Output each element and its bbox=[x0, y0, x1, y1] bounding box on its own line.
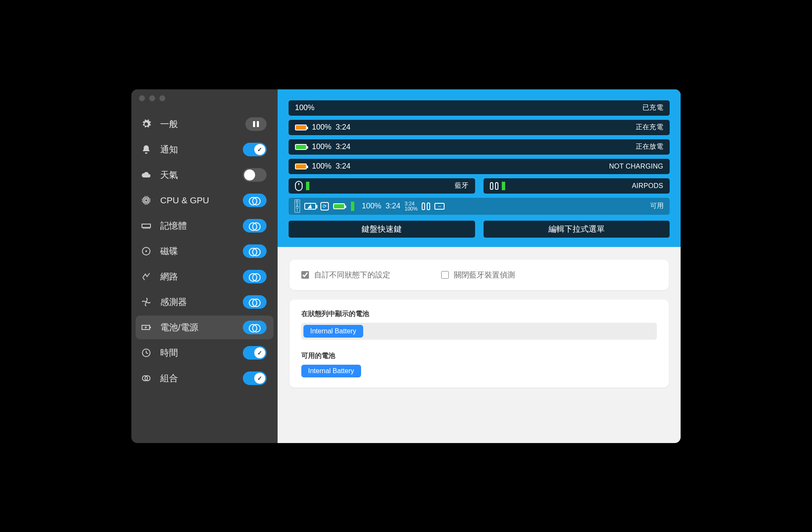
sidebar-item-net[interactable]: 網路 bbox=[136, 265, 273, 288]
sidebar-item-label: 天氣 bbox=[160, 169, 241, 181]
menubar-preview: 100% 已充電 100% 3:24 正在充電 100% 3:24 正在放電 1… bbox=[278, 89, 681, 247]
link-pill[interactable] bbox=[243, 270, 267, 283]
checkbox-input[interactable] bbox=[301, 271, 309, 279]
batteries-card: 在狀態列中顯示的電池 Internal Battery 可用的電池 Intern… bbox=[289, 299, 669, 388]
cycle-icon: ⟳ bbox=[320, 202, 329, 211]
gear-icon bbox=[140, 119, 153, 129]
stacked-readout: 3:24 100% bbox=[405, 201, 418, 211]
disable-bluetooth-checkbox[interactable]: 關閉藍牙裝置偵測 bbox=[441, 270, 515, 280]
preview-row-airpods[interactable]: AIRPODS bbox=[484, 178, 670, 194]
available-battery-field: Internal Battery bbox=[301, 365, 657, 377]
options-card: 自訂不同狀態下的設定 關閉藍牙裝置偵測 bbox=[289, 260, 669, 290]
battery-tag[interactable]: Internal Battery bbox=[301, 365, 361, 377]
pause-button[interactable] bbox=[245, 117, 267, 131]
link-pill[interactable] bbox=[243, 219, 267, 233]
battery-icon bbox=[295, 144, 307, 150]
battery-icon bbox=[333, 203, 345, 209]
sidebar-item-clock[interactable]: 時間 bbox=[136, 341, 273, 365]
sidebar-item-bell[interactable]: 通知 bbox=[136, 138, 273, 161]
svg-point-2 bbox=[145, 250, 147, 252]
fan-icon bbox=[140, 297, 153, 307]
sidebar-item-label: CPU & GPU bbox=[160, 195, 241, 205]
time-label: 3:24 bbox=[386, 202, 400, 211]
sidebar-item-rings[interactable]: 組合 bbox=[136, 366, 273, 390]
status-label: 可用 bbox=[650, 202, 664, 211]
percent-label: 100% bbox=[312, 162, 331, 171]
sidebar-item-label: 一般 bbox=[160, 118, 241, 130]
toggle-switch[interactable] bbox=[243, 346, 267, 360]
minimize-icon[interactable] bbox=[149, 95, 155, 101]
bell-icon bbox=[140, 144, 153, 155]
link-pill[interactable] bbox=[243, 321, 267, 334]
sidebar-item-label: 記憶體 bbox=[160, 220, 241, 232]
toggle-switch[interactable] bbox=[243, 143, 267, 156]
airpods-icon bbox=[422, 202, 430, 210]
shown-battery-field[interactable]: Internal Battery bbox=[301, 323, 657, 340]
edit-dropdown-button[interactable]: 編輯下拉式選單 bbox=[484, 221, 670, 238]
close-icon[interactable] bbox=[139, 95, 145, 101]
percent-label: 100% bbox=[362, 202, 381, 211]
sidebar-nav: 一般通知天氣CPU & GPU記憶體磁碟網路感測器電池/電源時間組合 bbox=[131, 105, 278, 390]
arrows-icon: ↔ bbox=[434, 203, 445, 210]
percent-label: 100% bbox=[295, 103, 314, 112]
shown-header: 在狀態列中顯示的電池 bbox=[301, 310, 657, 319]
sidebar-item-label: 電池/電源 bbox=[160, 321, 241, 333]
battery-icon bbox=[140, 322, 153, 332]
available-header: 可用的電池 bbox=[301, 352, 657, 360]
toggle-switch[interactable] bbox=[243, 371, 267, 385]
checkbox-label: 關閉藍牙裝置偵測 bbox=[454, 270, 515, 280]
main-panel: 100% 已充電 100% 3:24 正在充電 100% 3:24 正在放電 1… bbox=[278, 89, 681, 443]
link-pill[interactable] bbox=[243, 244, 267, 258]
custom-states-checkbox[interactable]: 自訂不同狀態下的設定 bbox=[301, 270, 390, 280]
level-bar-icon bbox=[306, 182, 309, 190]
time-label: 3:24 bbox=[336, 123, 350, 132]
preview-row-charged[interactable]: 100% 已充電 bbox=[289, 100, 670, 116]
ram-icon bbox=[140, 221, 153, 231]
checkbox-label: 自訂不同狀態下的設定 bbox=[314, 270, 390, 280]
airpods-icon bbox=[490, 182, 498, 190]
cloud-icon bbox=[140, 170, 153, 180]
sidebar-item-gear[interactable]: 一般 bbox=[136, 112, 273, 136]
sidebar: 一般通知天氣CPU & GPU記憶體磁碟網路感測器電池/電源時間組合 bbox=[131, 89, 278, 443]
percent-label: 100% bbox=[312, 123, 331, 132]
toggle-switch[interactable] bbox=[243, 168, 267, 182]
sidebar-item-label: 時間 bbox=[160, 347, 241, 359]
sidebar-item-label: 感測器 bbox=[160, 296, 241, 308]
battery-tag[interactable]: Internal Battery bbox=[303, 325, 363, 338]
sidebar-item-label: 通知 bbox=[160, 144, 241, 155]
sidebar-item-label: 網路 bbox=[160, 271, 241, 283]
bat-vertical-icon: BAT bbox=[295, 200, 300, 213]
checkbox-input[interactable] bbox=[441, 271, 449, 279]
status-label: NOT CHARGING bbox=[609, 163, 663, 170]
sidebar-item-ram[interactable]: 記憶體 bbox=[136, 214, 273, 238]
link-pill[interactable] bbox=[243, 295, 267, 309]
sidebar-item-fan[interactable]: 感測器 bbox=[136, 290, 273, 314]
chip-icon bbox=[140, 195, 153, 205]
battery-icon bbox=[295, 163, 307, 169]
sidebar-item-disk[interactable]: 磁碟 bbox=[136, 239, 273, 263]
preview-row-available[interactable]: BAT ⟳ 100% 3:24 3:24 100% ↔ 可用 bbox=[289, 198, 670, 215]
percent-label: 100% bbox=[312, 142, 331, 151]
status-label: AIRPODS bbox=[632, 182, 663, 190]
preview-row-discharging[interactable]: 100% 3:24 正在放電 bbox=[289, 139, 670, 155]
net-icon bbox=[140, 272, 153, 282]
keyboard-shortcut-button[interactable]: 鍵盤快速鍵 bbox=[289, 221, 475, 238]
settings-content: 自訂不同狀態下的設定 關閉藍牙裝置偵測 在狀態列中顯示的電池 Internal … bbox=[278, 247, 681, 400]
status-label: 已充電 bbox=[642, 103, 663, 112]
clock-icon bbox=[140, 348, 153, 358]
sidebar-item-battery[interactable]: 電池/電源 bbox=[136, 316, 273, 339]
svg-rect-0 bbox=[142, 224, 150, 227]
window-controls bbox=[131, 95, 278, 105]
rings-icon bbox=[140, 373, 153, 383]
link-pill[interactable] bbox=[243, 194, 267, 207]
preview-row-charging[interactable]: 100% 3:24 正在充電 bbox=[289, 120, 670, 135]
level-bar-icon bbox=[351, 202, 354, 211]
preview-row-bluetooth[interactable]: 藍牙 bbox=[289, 178, 475, 194]
sidebar-item-cloud[interactable]: 天氣 bbox=[136, 163, 273, 187]
sidebar-item-chip[interactable]: CPU & GPU bbox=[136, 188, 273, 212]
level-bar-icon bbox=[502, 182, 505, 190]
disk-icon bbox=[140, 246, 153, 256]
preview-row-notcharging[interactable]: 100% 3:24 NOT CHARGING bbox=[289, 159, 670, 174]
time-label: 3:24 bbox=[336, 142, 350, 151]
zoom-icon[interactable] bbox=[159, 95, 165, 101]
